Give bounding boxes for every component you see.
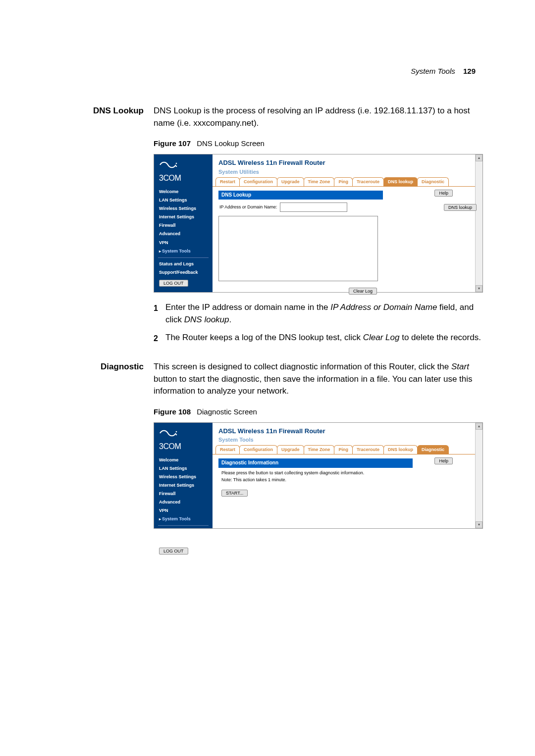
router-subtitle: System Utilities — [218, 168, 477, 176]
help-button[interactable]: Help — [434, 190, 453, 197]
dns-output-box — [218, 216, 378, 281]
screenshot-diagnostic: ▴ ▾ 3COM Welcome L — [154, 422, 483, 529]
sidebar-item-status-logs[interactable]: Status and Logs — [154, 528, 213, 536]
sidebar-item-firewall[interactable]: Firewall — [154, 490, 213, 498]
diag-line2: Note: This action takes 1 minute. — [218, 476, 477, 486]
dns-lookup-button[interactable]: DNS lookup — [444, 204, 477, 211]
router-sidebar: 3COM Welcome LAN Settings Wireless Setti… — [154, 154, 213, 292]
tab-dns-lookup[interactable]: DNS lookup — [383, 445, 418, 454]
sidebar-item-internet-settings[interactable]: Internet Settings — [154, 213, 213, 221]
list-item: Enter the IP address or domain name in t… — [154, 302, 483, 326]
help-button[interactable]: Help — [434, 457, 453, 464]
sidebar-item-welcome[interactable]: Welcome — [154, 456, 213, 464]
header-page-number: 129 — [463, 67, 476, 75]
section-dns-lookup: DNS Lookup DNS Lookup is the process of … — [59, 105, 476, 357]
scroll-down-icon[interactable]: ▾ — [476, 521, 482, 528]
svg-point-3 — [176, 434, 177, 435]
step-em: Clear Log — [363, 333, 400, 342]
tab-configuration[interactable]: Configuration — [239, 445, 277, 454]
tab-diagnostic[interactable]: Diagnostic — [417, 177, 449, 186]
tab-restart[interactable]: Restart — [215, 445, 240, 454]
scroll-up-icon[interactable]: ▴ — [476, 154, 482, 161]
router-main: ADSL Wireless 11n Firewall Router System… — [213, 423, 482, 528]
tab-bar: Restart Configuration Upgrade Time Zone … — [213, 445, 482, 454]
header-section: System Tools — [411, 67, 455, 75]
tab-ping[interactable]: Ping — [334, 177, 353, 186]
tab-restart[interactable]: Restart — [215, 177, 240, 186]
sidebar-item-firewall[interactable]: Firewall — [154, 221, 213, 230]
diagnostic-panel: Help Diagnostic Informationn Please pres… — [213, 454, 482, 503]
sidebar-item-support-feedback[interactable]: Support/Feedback — [154, 536, 213, 545]
brand-name: 3COM — [154, 172, 213, 188]
brand-name: 3COM — [154, 441, 213, 456]
router-title: ADSL Wireless 11n Firewall Router — [218, 427, 477, 436]
panel-title-diagnostic: Diagnostic Informationn — [218, 458, 413, 468]
document-page: System Tools 129 DNS Lookup DNS Lookup i… — [0, 0, 535, 756]
clear-log-button[interactable]: Clear Log — [349, 288, 377, 295]
para-text: button to start the diagnostic, then sav… — [154, 374, 473, 396]
router-main: ADSL Wireless 11n Firewall Router System… — [213, 154, 482, 292]
scroll-up-icon[interactable]: ▴ — [476, 423, 482, 430]
list-item: The Router keeps a log of the DNS lookup… — [154, 332, 483, 344]
section-heading-dns: DNS Lookup — [59, 105, 154, 357]
section-body-diagnostic: This screen is designed to collect diagn… — [154, 361, 483, 529]
tab-upgrade[interactable]: Upgrade — [277, 445, 304, 454]
router-title: ADSL Wireless 11n Firewall Router — [218, 158, 477, 168]
start-button[interactable]: START... — [221, 490, 248, 497]
tab-ping[interactable]: Ping — [334, 445, 353, 454]
tab-configuration[interactable]: Configuration — [239, 177, 277, 186]
tab-time-zone[interactable]: Time Zone — [304, 177, 335, 186]
figure-text-108: Diagnostic Screen — [197, 407, 257, 416]
tab-time-zone[interactable]: Time Zone — [304, 445, 335, 454]
dns-panel: Help DNS Lookup IP Address or Domain Nam… — [213, 187, 482, 292]
sidebar-item-internet-settings[interactable]: Internet Settings — [154, 481, 213, 490]
sidebar-item-advanced[interactable]: Advanced — [154, 498, 213, 506]
section-heading-diagnostic: Diagnostic — [59, 361, 154, 529]
panel-title-dns: DNS Lookup — [218, 191, 383, 200]
step-text: to delete the records. — [399, 333, 481, 342]
tab-upgrade[interactable]: Upgrade — [277, 177, 304, 186]
svg-point-0 — [176, 163, 177, 164]
sidebar-divider — [158, 525, 209, 526]
para-text: This screen is designed to collect diagn… — [154, 362, 451, 371]
logout-button[interactable]: LOG OUT — [159, 280, 188, 287]
sidebar-item-vpn[interactable]: VPN — [154, 506, 213, 515]
step-text: The Router keeps a log of the DNS lookup… — [165, 333, 363, 342]
logout-button[interactable]: LOG OUT — [159, 548, 188, 554]
sidebar-item-wireless-settings[interactable]: Wireless Settings — [154, 473, 213, 481]
figure-caption-107: Figure 107 DNS Lookup Screen — [154, 138, 483, 149]
tab-dns-lookup[interactable]: DNS lookup — [383, 177, 418, 186]
ip-domain-input[interactable] — [280, 202, 347, 212]
sidebar-item-lan-settings[interactable]: LAN Settings — [154, 196, 213, 204]
step-text: Enter the IP address or domain name in t… — [165, 302, 330, 312]
tab-traceroute[interactable]: Traceroute — [352, 177, 384, 186]
svg-point-1 — [176, 166, 177, 167]
sidebar-item-status-logs[interactable]: Status and Logs — [154, 260, 213, 268]
sidebar-item-lan-settings[interactable]: LAN Settings — [154, 464, 213, 473]
tab-bar: Restart Configuration Upgrade Time Zone … — [213, 177, 482, 187]
sidebar-item-advanced[interactable]: Advanced — [154, 230, 213, 238]
sidebar-item-vpn[interactable]: VPN — [154, 239, 213, 247]
sidebar-item-wireless-settings[interactable]: Wireless Settings — [154, 204, 213, 213]
tab-traceroute[interactable]: Traceroute — [352, 445, 384, 454]
figure-label-108: Figure 108 — [154, 407, 191, 416]
screenshot-dns-lookup: ▴ ▾ 3COM Welcome L — [154, 154, 483, 293]
router-sidebar: 3COM Welcome LAN Settings Wireless Setti… — [154, 423, 213, 528]
brand-logo-icon — [154, 157, 213, 172]
step-em: DNS lookup — [184, 315, 229, 324]
diagnostic-paragraph: This screen is designed to collect diagn… — [154, 361, 483, 398]
field-label-ip-domain: IP Address or Domain Name: — [219, 204, 277, 210]
brand-logo-icon — [154, 426, 213, 441]
sidebar-item-system-tools[interactable]: System Tools — [154, 515, 213, 523]
sidebar-item-welcome[interactable]: Welcome — [154, 188, 213, 196]
figure-text-107: DNS Lookup Screen — [197, 139, 265, 148]
sidebar-divider — [158, 257, 209, 258]
tab-diagnostic[interactable]: Diagnostic — [417, 445, 449, 454]
sidebar-item-support-feedback[interactable]: Support/Feedback — [154, 268, 213, 277]
dns-paragraph: DNS Lookup is the process of resolving a… — [154, 105, 483, 129]
diag-line1: Please press the button to start collect… — [218, 468, 477, 476]
sidebar-item-system-tools[interactable]: System Tools — [154, 247, 213, 255]
section-body-dns: DNS Lookup is the process of resolving a… — [154, 105, 483, 357]
dns-steps-list: Enter the IP address or domain name in t… — [154, 302, 483, 344]
section-diagnostic: Diagnostic This screen is designed to co… — [59, 361, 476, 529]
